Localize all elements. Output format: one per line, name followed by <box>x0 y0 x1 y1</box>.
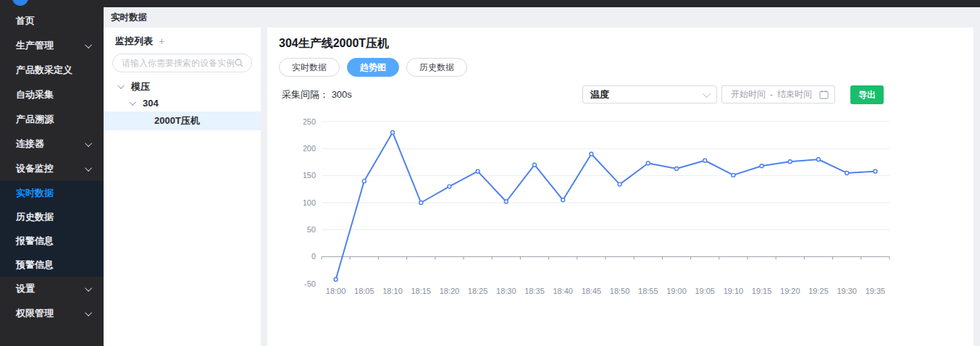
tree-node-press-2000t[interactable]: 2000T压机 <box>104 111 261 130</box>
device-detail-panel: 304生产线2000T压机 实时数据趋势图历史数据 采集间隔： 300s 温度 … <box>267 28 973 346</box>
start-time-field[interactable]: 开始时间 <box>728 88 768 101</box>
x-axis-label: 18:45 <box>582 287 602 295</box>
monitor-list-panel: 监控列表 + 模压3042000T压机 <box>104 28 261 346</box>
data-point <box>391 130 395 134</box>
collect-interval-label: 采集间隔： <box>282 89 329 100</box>
data-point <box>788 160 792 164</box>
data-point <box>874 169 877 173</box>
sidebar: 首页生产管理产品数采定义自动采集产品溯源连接器设备监控实时数据历史数据报警信息预… <box>0 0 104 346</box>
monitor-list-title: 监控列表 <box>115 35 153 48</box>
view-tab-history-data[interactable]: 历史数据 <box>406 58 467 77</box>
data-point <box>504 200 508 203</box>
x-axis-label: 18:10 <box>382 287 403 295</box>
x-axis-label: 18:05 <box>354 287 374 295</box>
sidebar-item-label: 权限管理 <box>16 307 87 320</box>
data-point <box>362 180 366 183</box>
y-axis-label: -50 <box>304 279 316 288</box>
data-point <box>334 278 338 282</box>
data-point <box>561 198 565 202</box>
data-point <box>533 163 537 166</box>
data-point <box>675 166 679 170</box>
sidebar-item-label: 实时数据 <box>16 187 92 200</box>
sidebar-item-home[interactable]: 首页 <box>0 9 104 33</box>
trend-chart-container: -5005010015020025018:0018:0518:1018:1518… <box>303 114 941 301</box>
sidebar-item-settings[interactable]: 设置 <box>0 277 104 301</box>
monitor-list-header: 监控列表 + <box>104 28 261 54</box>
sidebar-item-label: 报警信息 <box>16 235 92 248</box>
y-axis-label: 100 <box>303 198 316 207</box>
tree-node-label: 304 <box>143 98 159 109</box>
trend-line-chart: -5005010015020025018:0018:0518:1018:1518… <box>303 114 941 301</box>
sidebar-item-label: 产品数采定义 <box>16 64 92 77</box>
tree-node-line-304[interactable]: 304 <box>104 95 261 111</box>
sidebar-item-label: 设备监控 <box>16 162 87 175</box>
add-monitor-icon[interactable]: + <box>159 35 164 47</box>
date-range-picker[interactable]: 开始时间 - 结束时间 <box>721 85 835 104</box>
sidebar-menu: 首页生产管理产品数采定义自动采集产品溯源连接器设备监控实时数据历史数据报警信息预… <box>0 9 104 326</box>
data-point <box>590 152 593 156</box>
device-search-input[interactable] <box>122 58 234 68</box>
view-tab-realtime-data[interactable]: 实时数据 <box>279 58 340 77</box>
x-axis-label: 18:20 <box>440 287 460 295</box>
metric-select[interactable]: 温度 <box>582 85 717 104</box>
view-tab-trend-chart[interactable]: 趋势图 <box>347 58 399 77</box>
y-axis-label: 150 <box>303 171 316 180</box>
caret-down-icon <box>117 82 125 89</box>
tree-node-moya[interactable]: 模压 <box>104 78 261 95</box>
sidebar-item-warning-info[interactable]: 预警信息 <box>0 253 104 277</box>
x-axis-label: 18:55 <box>638 287 658 295</box>
x-axis-label: 19:15 <box>752 287 772 295</box>
sidebar-item-production-mgmt[interactable]: 生产管理 <box>0 33 104 58</box>
data-point <box>618 182 621 186</box>
sidebar-item-label: 连接器 <box>16 138 87 151</box>
data-point <box>419 201 423 205</box>
top-bar <box>0 0 980 7</box>
end-time-field[interactable]: 结束时间 <box>774 88 815 101</box>
sidebar-item-permission-mgmt[interactable]: 权限管理 <box>0 301 104 326</box>
device-search-box[interactable] <box>112 54 252 72</box>
sidebar-item-alarm-info[interactable]: 报警信息 <box>0 229 104 253</box>
y-axis-label: 200 <box>303 144 316 153</box>
date-range-separator: - <box>768 90 774 100</box>
sidebar-item-label: 首页 <box>16 14 92 28</box>
y-axis-label: 250 <box>303 117 316 126</box>
sidebar-item-auto-collect[interactable]: 自动采集 <box>0 83 104 107</box>
calendar-icon <box>819 90 829 99</box>
x-axis-label: 18:25 <box>468 287 488 295</box>
caret-down-icon <box>129 98 136 106</box>
data-point <box>646 161 650 165</box>
data-point <box>845 171 849 174</box>
y-axis-label: 0 <box>311 252 316 261</box>
sidebar-item-history-data[interactable]: 历史数据 <box>0 205 104 229</box>
x-axis-label: 19:20 <box>780 287 800 295</box>
tree-node-label: 2000T压机 <box>154 114 200 127</box>
x-axis-label: 19:00 <box>666 287 687 295</box>
data-point <box>732 173 735 177</box>
sidebar-item-connector[interactable]: 连接器 <box>0 132 104 156</box>
device-tree: 模压3042000T压机 <box>104 78 261 130</box>
sidebar-item-label: 设置 <box>16 282 87 295</box>
page-tab-realtime-data[interactable]: 实时数据 <box>111 12 147 24</box>
x-axis-label: 19:10 <box>724 287 744 295</box>
sidebar-item-label: 自动采集 <box>16 88 92 101</box>
collect-interval: 采集间隔： 300s <box>282 88 352 101</box>
data-point <box>760 164 763 168</box>
metric-select-value: 温度 <box>590 88 705 101</box>
sidebar-item-label: 产品溯源 <box>16 113 92 126</box>
sidebar-item-label: 预警信息 <box>16 258 92 271</box>
sidebar-item-device-monitor[interactable]: 设备监控 <box>0 156 104 181</box>
data-point <box>448 185 451 188</box>
app-logo-icon <box>12 0 28 6</box>
sidebar-item-product-trace[interactable]: 产品溯源 <box>0 107 104 132</box>
search-icon <box>234 58 244 68</box>
sidebar-item-label: 历史数据 <box>16 211 92 224</box>
x-axis-label: 19:05 <box>695 287 715 295</box>
x-axis-label: 18:15 <box>411 287 431 295</box>
sidebar-item-product-daq-define[interactable]: 产品数采定义 <box>0 58 104 83</box>
export-button[interactable]: 导出 <box>850 85 884 104</box>
collect-interval-value: 300s <box>332 89 352 100</box>
page-tab-bar: 实时数据 <box>104 7 980 28</box>
page-title: 304生产线2000T压机 <box>279 36 389 51</box>
sidebar-item-realtime-data[interactable]: 实时数据 <box>0 181 104 205</box>
x-axis-label: 18:30 <box>496 287 516 295</box>
